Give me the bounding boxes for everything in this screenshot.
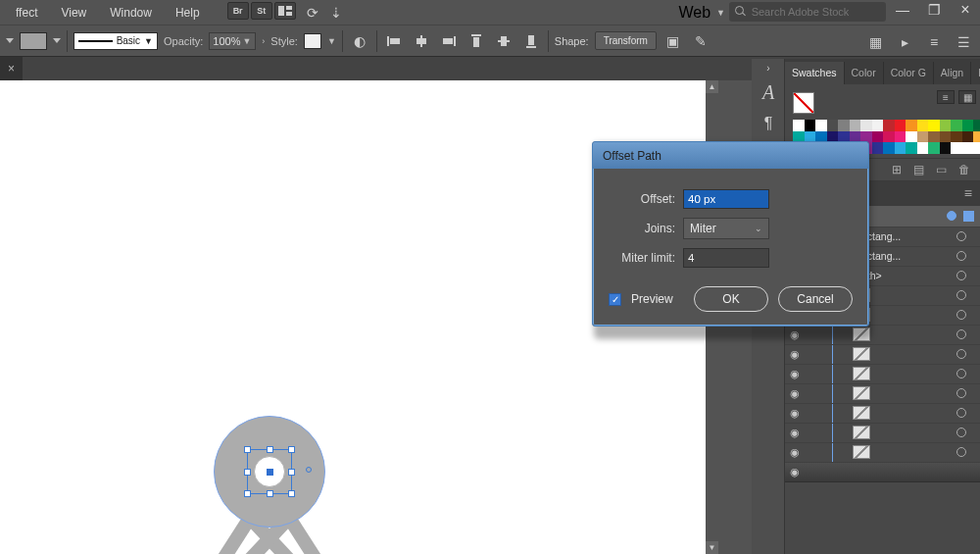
- preview-checkbox[interactable]: ✓: [609, 293, 621, 306]
- swatch-cell[interactable]: [951, 131, 962, 143]
- layer-row[interactable]: [785, 384, 980, 404]
- selection-handle[interactable]: [267, 446, 273, 453]
- paragraph-panel-icon[interactable]: ¶: [752, 108, 785, 139]
- swatch-cell[interactable]: [917, 131, 929, 143]
- swatch-cell[interactable]: [883, 120, 895, 131]
- current-swatch[interactable]: [793, 92, 814, 114]
- swatch-cell[interactable]: [815, 120, 827, 131]
- close-icon[interactable]: ×: [8, 62, 15, 76]
- style-swatch[interactable]: [304, 33, 321, 49]
- align-hcenter-icon[interactable]: [411, 30, 432, 52]
- swatch-cell[interactable]: [962, 142, 974, 154]
- swatch-cell[interactable]: [940, 131, 952, 143]
- tab-color-guide[interactable]: Color G: [884, 62, 934, 84]
- arrange-icon[interactable]: [274, 2, 296, 20]
- isolate-icon[interactable]: ▣: [662, 30, 684, 52]
- swatch-cell[interactable]: [973, 142, 980, 154]
- swatch-cell[interactable]: [895, 131, 906, 143]
- expand-icon[interactable]: ›: [752, 59, 785, 76]
- bridge-icon[interactable]: Br: [227, 2, 249, 20]
- thumb-view-icon[interactable]: ▦: [958, 90, 976, 104]
- target-icon[interactable]: [956, 271, 966, 280]
- fill-swatch[interactable]: [20, 32, 47, 50]
- joins-select[interactable]: Miter ⌄: [683, 218, 769, 239]
- layer-row[interactable]: [785, 365, 980, 384]
- target-icon[interactable]: [956, 231, 966, 241]
- swatch-cell[interactable]: [872, 131, 884, 143]
- align-top-icon[interactable]: [466, 30, 487, 52]
- transform-button[interactable]: Transform: [595, 31, 657, 50]
- trash-icon[interactable]: 🗑: [958, 163, 970, 176]
- visibility-icon[interactable]: [785, 407, 805, 420]
- stroke-profile[interactable]: Basic ▼: [74, 32, 158, 50]
- list-icon[interactable]: ☰: [953, 31, 974, 53]
- swatch-libraries-icon[interactable]: ⊞: [892, 163, 902, 176]
- edit-icon[interactable]: ✎: [690, 30, 711, 52]
- layer-row[interactable]: [785, 345, 980, 365]
- target-icon[interactable]: [956, 349, 966, 359]
- selection-handle[interactable]: [244, 490, 251, 497]
- target-icon[interactable]: [956, 388, 966, 398]
- menu-window[interactable]: Window: [98, 2, 164, 24]
- swatch-cell[interactable]: [917, 142, 929, 154]
- target-icon[interactable]: [956, 329, 966, 339]
- layer-row[interactable]: [785, 463, 980, 482]
- swatch-cell[interactable]: [872, 142, 884, 154]
- selection-handle[interactable]: [244, 446, 251, 453]
- swatch-cell[interactable]: [928, 142, 940, 154]
- visibility-icon[interactable]: [785, 466, 805, 478]
- swatch-cell[interactable]: [973, 120, 980, 131]
- target-icon[interactable]: [956, 447, 966, 457]
- swatch-cell[interactable]: [917, 120, 929, 131]
- swatch-cell[interactable]: [962, 120, 974, 131]
- search-stock[interactable]: [729, 2, 886, 22]
- swatch-cell[interactable]: [838, 120, 850, 131]
- document-tab[interactable]: ×: [0, 57, 23, 80]
- swatch-cell[interactable]: [973, 131, 980, 143]
- selection-handle[interactable]: [288, 469, 295, 476]
- target-icon[interactable]: [956, 290, 966, 300]
- minimize-button[interactable]: —: [892, 2, 913, 18]
- selection-handle[interactable]: [267, 490, 273, 497]
- layer-row[interactable]: [785, 443, 980, 463]
- dialog-titlebar[interactable]: Offset Path: [593, 142, 868, 169]
- target-icon[interactable]: [956, 369, 966, 378]
- tab-align[interactable]: Align: [934, 62, 971, 84]
- visibility-icon[interactable]: [785, 387, 805, 400]
- selection-bounds[interactable]: [247, 449, 292, 494]
- character-panel-icon[interactable]: A: [752, 76, 785, 108]
- search-input[interactable]: [752, 6, 880, 18]
- fill-opts-icon[interactable]: [53, 38, 61, 43]
- selection-handle[interactable]: [288, 490, 295, 497]
- swatch-cell[interactable]: [928, 120, 940, 131]
- swatch-cell[interactable]: [951, 142, 962, 154]
- recolor-icon[interactable]: ◐: [349, 30, 370, 52]
- visibility-icon[interactable]: [785, 368, 805, 380]
- swatch-cell[interactable]: [872, 120, 884, 131]
- restore-button[interactable]: ❐: [923, 2, 945, 18]
- swatch-cell[interactable]: [827, 120, 839, 131]
- list-view-icon[interactable]: ≡: [937, 90, 955, 104]
- align-left-icon[interactable]: [383, 30, 405, 52]
- align-vcenter-icon[interactable]: [493, 30, 514, 52]
- panel-menu-icon[interactable]: ≡: [956, 185, 980, 201]
- swatch-cell[interactable]: [951, 120, 962, 131]
- layer-row[interactable]: [785, 424, 980, 443]
- visibility-icon[interactable]: [785, 446, 805, 459]
- align-right-icon[interactable]: [438, 30, 460, 52]
- swatch-cell[interactable]: [805, 120, 816, 131]
- layer-row[interactable]: [785, 404, 980, 424]
- cancel-button[interactable]: Cancel: [778, 286, 853, 312]
- swatch-options-icon[interactable]: ▤: [913, 163, 924, 176]
- opacity-field[interactable]: 100%▼: [209, 32, 256, 50]
- visibility-icon[interactable]: [785, 427, 805, 439]
- swatch-cell[interactable]: [860, 120, 872, 131]
- scroll-down-icon[interactable]: ▼: [706, 541, 718, 554]
- swatch-cell[interactable]: [895, 120, 906, 131]
- doc-preset-select[interactable]: Web ▼: [678, 0, 725, 25]
- selection-handle[interactable]: [288, 446, 295, 453]
- close-button[interactable]: ×: [955, 2, 976, 18]
- selection-center[interactable]: [267, 469, 273, 476]
- swatch-cell[interactable]: [940, 142, 952, 154]
- swatch-cell[interactable]: [793, 120, 805, 131]
